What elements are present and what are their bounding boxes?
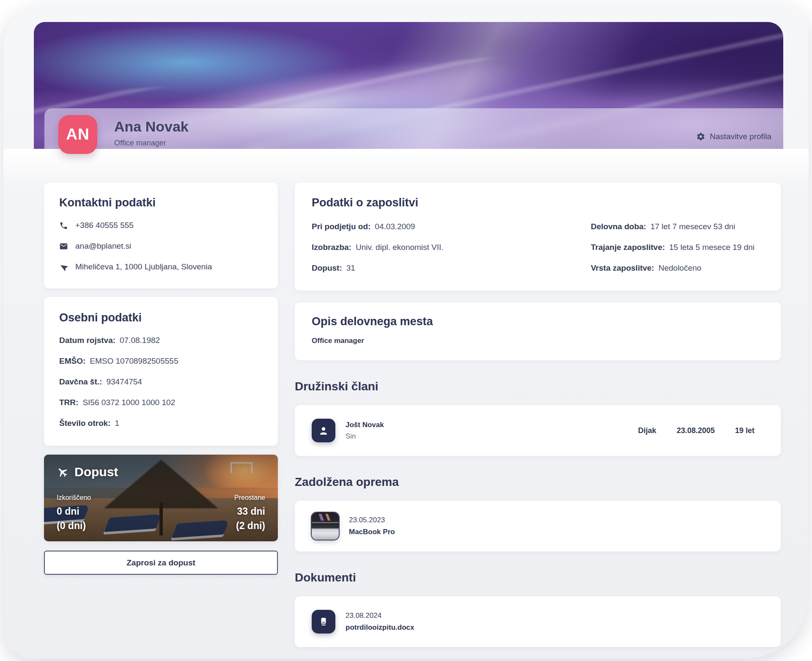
right-column: Podatki o zaposlitvi Pri podjetju od:04.… bbox=[295, 183, 781, 658]
document-row[interactable]: 23.08.2024 potrdilooizpitu.docx bbox=[295, 596, 781, 647]
education-label: Izobrazba: bbox=[312, 243, 351, 252]
trr-value: SI56 0372 1000 1000 102 bbox=[82, 398, 175, 407]
emso-row: EMŠO:EMSO 10708982505555 bbox=[59, 357, 263, 366]
employment-left-column: Pri podjetju od:04.03.2009 Izobrazba:Uni… bbox=[312, 209, 587, 273]
gear-icon bbox=[696, 132, 705, 141]
birth-date-label: Datum rojstva: bbox=[59, 336, 115, 345]
vacation-remaining-label: Preostane bbox=[234, 494, 265, 502]
work-experience-row: Delovna doba:17 let 7 mesecev 53 dni bbox=[591, 222, 764, 231]
person-role: Office manager bbox=[114, 139, 189, 148]
profile-header: AN Ana Novak Office manager Nastavitve p… bbox=[3, 4, 809, 183]
children-count-label: Število otrok: bbox=[59, 419, 110, 428]
children-count-value: 1 bbox=[115, 419, 119, 428]
documents-section-heading: Dokumenti bbox=[295, 571, 781, 584]
phone-number: +386 40555 555 bbox=[75, 221, 134, 230]
phone-icon bbox=[59, 221, 68, 230]
person-icon bbox=[316, 423, 331, 438]
identity-block: Ana Novak Office manager bbox=[114, 118, 189, 148]
education-value: Univ. dipl. ekonomist VII. bbox=[356, 243, 444, 252]
company-since-label: Pri podjetju od: bbox=[312, 222, 370, 231]
birth-date-value: 07.08.1982 bbox=[120, 336, 160, 345]
person-icon-tile bbox=[312, 419, 335, 442]
document-filename: potrdilooizpitu.docx bbox=[346, 623, 414, 632]
document-date: 23.08.2024 bbox=[346, 612, 414, 620]
trr-row: TRR:SI56 0372 1000 1000 102 bbox=[59, 398, 263, 407]
family-member-birth-date: 23.08.2005 bbox=[677, 426, 715, 435]
document-info: 23.08.2024 potrdilooizpitu.docx bbox=[346, 612, 414, 632]
tax-number-row: Davčna št.:93474754 bbox=[59, 377, 263, 387]
vacation-card: Dopust Izkoriščeno 0 dni (0 dni) Preosta… bbox=[44, 455, 278, 541]
employment-duration-row: Trajanje zaposlitve:15 leta 5 mesece 19 … bbox=[591, 243, 764, 252]
employment-duration-label: Trajanje zaposlitve: bbox=[591, 243, 665, 252]
equipment-row[interactable]: 23.05.2023 MacBook Pro bbox=[295, 501, 781, 551]
job-description-text: Office manager bbox=[312, 337, 764, 345]
address-text: Miheličeva 1, 1000 Ljubljana, Slovenia bbox=[75, 262, 212, 272]
family-member-row[interactable]: Jošt Novak Sin Dijak 23.08.2005 19 let bbox=[295, 405, 781, 456]
employment-right-column: Delovna doba:17 let 7 mesecev 53 dni Tra… bbox=[591, 209, 764, 273]
contact-card: Kontaktni podatki +386 40555 555 ana@bpl… bbox=[44, 183, 278, 288]
personal-card-title: Osebni podatki bbox=[59, 311, 263, 324]
work-experience-value: 17 let 7 mesecev 53 dni bbox=[650, 222, 735, 231]
header-fade bbox=[3, 149, 809, 188]
laptop-photo-thumbnail bbox=[312, 513, 339, 540]
job-description-card: Opis delovnega mesta Office manager bbox=[295, 302, 781, 360]
profile-page: AN Ana Novak Office manager Nastavitve p… bbox=[3, 4, 809, 658]
equipment-info: 23.05.2023 MacBook Pro bbox=[349, 516, 395, 536]
tax-number-label: Davčna št.: bbox=[59, 377, 102, 386]
employment-type-value: Nedoločeno bbox=[658, 263, 701, 272]
job-description-title: Opis delovnega mesta bbox=[312, 315, 764, 328]
email-address: ana@bplanet.si bbox=[75, 241, 131, 251]
family-member-age: 19 let bbox=[735, 426, 754, 435]
vacation-used-value: 0 dni bbox=[57, 505, 91, 518]
company-since-value: 04.03.2009 bbox=[375, 222, 415, 231]
family-member-relation: Sin bbox=[346, 432, 384, 441]
vacation-title-label: Dopust bbox=[74, 465, 118, 479]
vacation-remaining-value: 33 dni bbox=[234, 505, 265, 518]
employment-type-label: Vrsta zaposlitve: bbox=[591, 263, 654, 272]
profile-settings-button[interactable]: Nastavitve profila bbox=[696, 132, 771, 141]
vacation-used-label: Izkoriščeno bbox=[57, 494, 91, 502]
plane-icon bbox=[54, 464, 71, 480]
vacation-days-value: 31 bbox=[346, 263, 355, 272]
family-member-meta: Dijak 23.08.2005 19 let bbox=[638, 426, 764, 435]
family-member-status: Dijak bbox=[638, 426, 656, 435]
document-icon-tile bbox=[312, 610, 335, 634]
contact-email-row: ana@bplanet.si bbox=[59, 241, 263, 251]
employment-duration-value: 15 leta 5 mesece 19 dni bbox=[669, 243, 754, 252]
vacation-days-label: Dopust: bbox=[312, 263, 342, 272]
content-area: Kontaktni podatki +386 40555 555 ana@bpl… bbox=[3, 183, 809, 658]
education-row: Izobrazba:Univ. dipl. ekonomist VII. bbox=[312, 243, 587, 252]
vacation-used-extra: (0 dni) bbox=[57, 519, 91, 533]
avatar: AN bbox=[58, 115, 97, 154]
vacation-remaining-block: Preostane 33 dni (2 dni) bbox=[234, 494, 265, 533]
vacation-remaining-extra: (2 dni) bbox=[234, 519, 265, 533]
left-column: Kontaktni podatki +386 40555 555 ana@bpl… bbox=[44, 183, 278, 575]
document-icon bbox=[316, 614, 331, 629]
tax-number-value: 93474754 bbox=[106, 377, 142, 386]
mail-icon bbox=[59, 242, 68, 251]
work-experience-label: Delovna doba: bbox=[591, 222, 646, 231]
birth-date-row: Datum rojstva:07.08.1982 bbox=[59, 336, 263, 345]
employment-card-title: Podatki o zaposlitvi bbox=[312, 196, 764, 209]
family-section-heading: Družinski člani bbox=[295, 380, 781, 393]
location-icon bbox=[58, 261, 70, 273]
contact-card-title: Kontaktni podatki bbox=[59, 196, 263, 209]
children-count-row: Število otrok:1 bbox=[59, 419, 263, 428]
emso-value: EMSO 10708982505555 bbox=[90, 357, 178, 365]
vacation-title: Dopust bbox=[57, 465, 118, 479]
equipment-date: 23.05.2023 bbox=[349, 516, 395, 524]
employment-type-row: Vrsta zaposlitve:Nedoločeno bbox=[591, 263, 764, 273]
page-title: Ana Novak bbox=[114, 118, 189, 135]
family-member-identity: Jošt Novak Sin bbox=[346, 421, 384, 441]
request-vacation-button[interactable]: Zaprosi za dopust bbox=[44, 551, 278, 575]
equipment-name: MacBook Pro bbox=[349, 528, 395, 536]
equipment-section-heading: Zadolžena oprema bbox=[295, 475, 781, 489]
vacation-used-block: Izkoriščeno 0 dni (0 dni) bbox=[57, 494, 91, 533]
company-since-row: Pri podjetju od:04.03.2009 bbox=[312, 222, 587, 231]
settings-label: Nastavitve profila bbox=[710, 132, 771, 141]
personal-card: Osebni podatki Datum rojstva:07.08.1982 … bbox=[44, 297, 278, 446]
employment-card: Podatki o zaposlitvi Pri podjetju od:04.… bbox=[295, 183, 781, 291]
emso-label: EMŠO: bbox=[59, 357, 85, 365]
employment-grid: Pri podjetju od:04.03.2009 Izobrazba:Uni… bbox=[312, 209, 764, 273]
vacation-days-row: Dopust:31 bbox=[312, 263, 587, 273]
